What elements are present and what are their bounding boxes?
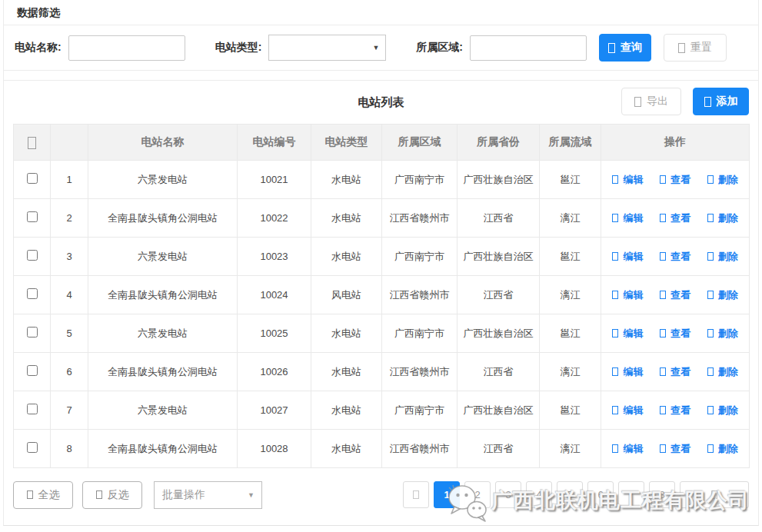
row-checkbox[interactable]	[27, 173, 38, 184]
station-code-cell: 10021	[238, 161, 311, 199]
page-button-4[interactable]: 4	[526, 481, 552, 508]
checkbox-cell	[14, 391, 51, 430]
region-cell: 江西省赣州市	[382, 353, 458, 391]
view-link[interactable]: 查看	[660, 173, 690, 187]
row-checkbox[interactable]	[27, 211, 38, 222]
station-name-cell: 全南县陂头镇角公洞电站	[88, 430, 238, 468]
station-name-cell: 全南县陂头镇角公洞电站	[88, 199, 238, 238]
station-list-header: 电站列表 导出 添加	[13, 81, 749, 124]
province-cell: 广西壮族自治区	[458, 161, 540, 199]
operations-cell: 编辑 查看 删除	[601, 353, 750, 391]
view-link[interactable]: 查看	[660, 288, 690, 302]
station-code-cell: 10028	[238, 430, 311, 468]
prev-page-button[interactable]	[403, 481, 429, 508]
select-all-header[interactable]	[14, 125, 51, 161]
edit-link[interactable]: 编辑	[612, 365, 643, 379]
table-row: 2 全南县陂头镇角公洞电站 10022 水电站 江西省赣州市 江西省 漓江 编辑…	[14, 199, 750, 238]
delete-icon	[707, 329, 714, 337]
select-all-checkbox-icon[interactable]	[28, 137, 36, 149]
batch-operation-select[interactable]: 批量操作 ▼	[154, 481, 262, 509]
pagination: 12345678	[403, 481, 749, 508]
edit-link[interactable]: 编辑	[612, 211, 643, 225]
row-checkbox[interactable]	[27, 365, 38, 376]
page-button-1[interactable]: 1	[434, 481, 460, 508]
view-icon	[660, 291, 666, 299]
row-index-cell: 5	[51, 314, 88, 353]
index-header	[51, 125, 88, 161]
next-page-button[interactable]	[680, 481, 749, 508]
station-type-select[interactable]: ▼	[268, 35, 386, 61]
delete-link[interactable]: 删除	[707, 288, 738, 302]
view-icon	[660, 175, 666, 184]
row-checkbox[interactable]	[27, 327, 38, 337]
page-button-7[interactable]: 7	[618, 481, 644, 508]
station-name-cell: 全南县陂头镇角公洞电站	[88, 353, 238, 391]
region-input[interactable]	[470, 35, 587, 61]
station-code-cell: 10024	[238, 276, 311, 314]
next-page-button-icon	[711, 490, 717, 499]
view-link[interactable]: 查看	[660, 404, 690, 417]
edit-link[interactable]: 编辑	[612, 288, 643, 302]
checkbox-cell	[14, 199, 51, 238]
page-button-5[interactable]: 5	[557, 481, 583, 508]
station-code-header: 电站编号	[238, 125, 311, 161]
province-cell: 江西省	[458, 353, 540, 391]
edit-link[interactable]: 编辑	[612, 404, 643, 417]
edit-link[interactable]: 编辑	[612, 327, 643, 341]
edit-link[interactable]: 编辑	[612, 250, 643, 264]
region-cell: 江西省赣州市	[382, 430, 458, 468]
export-button[interactable]: 导出	[621, 88, 681, 115]
export-icon	[634, 97, 641, 107]
view-link[interactable]: 查看	[660, 250, 690, 264]
row-checkbox[interactable]	[27, 288, 38, 299]
page-button-8[interactable]: 8	[649, 481, 675, 508]
station-table: 电站名称 电站编号 电站类型 所属区域 所属省份 所属流域 操作 1 六景发电站…	[13, 124, 750, 468]
edit-link[interactable]: 编辑	[612, 442, 643, 456]
delete-link[interactable]: 删除	[707, 327, 738, 341]
table-row: 8 全南县陂头镇角公洞电站 10028 水电站 江西省赣州市 江西省 漓江 编辑…	[14, 430, 750, 468]
station-name-input[interactable]	[68, 35, 185, 61]
province-cell: 广西壮族自治区	[458, 314, 540, 353]
reset-icon	[678, 43, 685, 53]
station-code-cell: 10022	[238, 199, 311, 238]
row-checkbox[interactable]	[27, 404, 38, 414]
view-icon	[660, 367, 666, 376]
page-button-6[interactable]: 6	[587, 481, 614, 508]
view-icon	[660, 444, 666, 453]
query-button[interactable]: 查询	[599, 34, 651, 62]
delete-link[interactable]: 删除	[707, 442, 738, 456]
page-button-2[interactable]: 2	[464, 481, 491, 508]
delete-link[interactable]: 删除	[707, 173, 738, 187]
row-checkbox[interactable]	[27, 442, 38, 453]
table-row: 6 全南县陂头镇角公洞电站 10026 水电站 江西省赣州市 江西省 漓江 编辑…	[14, 353, 750, 391]
row-index-cell: 7	[51, 391, 88, 430]
add-icon	[704, 97, 711, 107]
view-link[interactable]: 查看	[660, 327, 690, 341]
reset-button[interactable]: 重置	[664, 34, 727, 62]
view-link[interactable]: 查看	[660, 442, 690, 456]
station-name-header: 电站名称	[88, 125, 238, 161]
add-button[interactable]: 添加	[693, 88, 749, 115]
view-link[interactable]: 查看	[660, 211, 690, 225]
edit-link[interactable]: 编辑	[612, 173, 643, 187]
station-type-cell: 水电站	[311, 314, 382, 353]
delete-link[interactable]: 删除	[707, 404, 738, 417]
edit-icon	[612, 406, 618, 414]
batch-select-arrow-icon: ▼	[248, 491, 255, 499]
delete-icon	[707, 252, 714, 261]
view-link[interactable]: 查看	[660, 365, 690, 379]
delete-link[interactable]: 删除	[707, 250, 738, 264]
station-type-cell: 风电站	[311, 276, 382, 314]
select-all-button[interactable]: 全选	[13, 481, 73, 509]
delete-link[interactable]: 删除	[707, 211, 738, 225]
invert-selection-button[interactable]: 反选	[82, 481, 142, 509]
page-button-3[interactable]: 3	[495, 481, 521, 508]
row-checkbox[interactable]	[27, 250, 38, 261]
delete-link[interactable]: 删除	[707, 365, 738, 379]
invert-selection-icon	[96, 490, 102, 499]
edit-icon	[612, 175, 618, 184]
station-code-cell: 10023	[238, 238, 311, 276]
row-index-cell: 2	[51, 199, 88, 238]
operations-cell: 编辑 查看 删除	[601, 161, 750, 199]
select-arrow-icon: ▼	[372, 44, 379, 52]
